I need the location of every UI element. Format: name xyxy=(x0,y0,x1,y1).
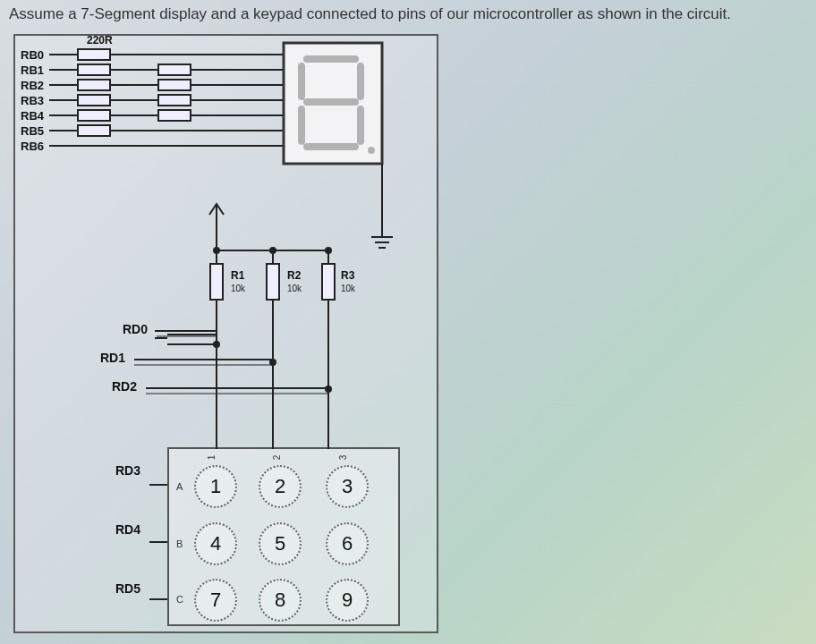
svg-rect-1 xyxy=(78,49,110,60)
ground-icon xyxy=(371,164,393,248)
svg-rect-14 xyxy=(78,95,110,106)
svg-rect-4 xyxy=(78,64,110,75)
svg-rect-21 xyxy=(158,110,191,121)
svg-rect-9 xyxy=(78,80,110,90)
circuit-svg xyxy=(15,36,440,635)
svg-rect-6 xyxy=(158,64,191,75)
vcc-arrow-icon xyxy=(209,204,331,253)
circuit-diagram: 220R RB0 RB1 RB2 RB3 RB4 RB5 RB6 R1 10k … xyxy=(13,34,438,633)
svg-rect-49 xyxy=(267,264,279,300)
svg-point-35 xyxy=(368,147,375,154)
instruction-text: Assume a 7-Segment display and a keypad … xyxy=(9,5,731,23)
svg-rect-24 xyxy=(78,125,110,136)
svg-rect-52 xyxy=(322,264,335,300)
seven-segment-icon xyxy=(284,43,382,164)
svg-rect-16 xyxy=(158,95,191,106)
svg-rect-46 xyxy=(210,264,223,300)
svg-rect-19 xyxy=(78,110,110,121)
svg-rect-11 xyxy=(158,80,191,90)
